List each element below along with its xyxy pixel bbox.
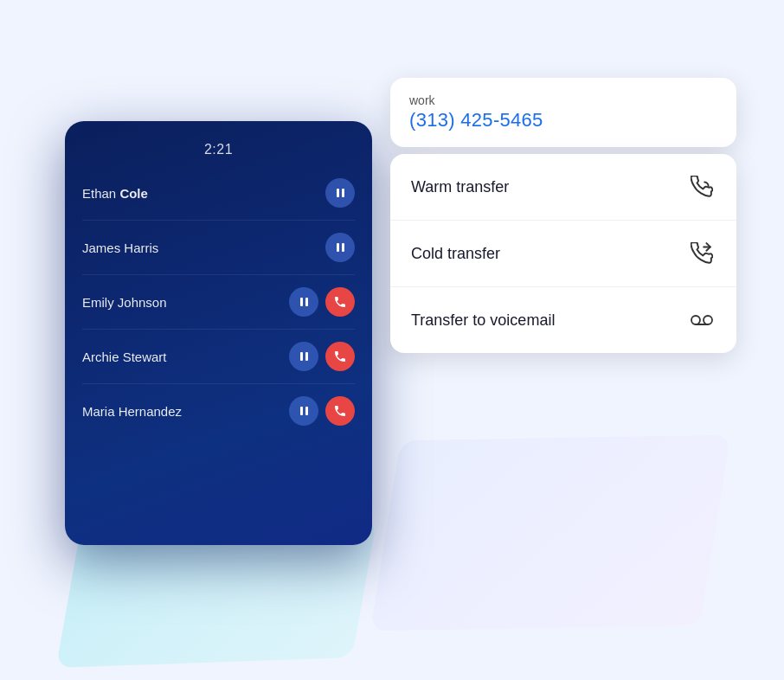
transfer-card: Warm transfer Cold transfer	[390, 154, 736, 353]
bg-shape-lavender	[370, 435, 730, 632]
caller-name: Ethan Cole	[82, 186, 148, 201]
pause-button[interactable]	[289, 342, 318, 371]
caller-name: James Harris	[82, 241, 158, 255]
voicemail-transfer-icon	[688, 306, 716, 334]
warm-transfer-label: Warm transfer	[411, 178, 509, 196]
warm-transfer-option[interactable]: Warm transfer	[390, 154, 736, 221]
pause-button[interactable]	[289, 396, 318, 426]
list-item: Ethan Cole	[82, 166, 355, 221]
svg-point-2	[704, 316, 712, 324]
caller-name: Emily Johnson	[82, 295, 167, 310]
caller-name: Maria Hernandez	[82, 404, 182, 419]
hangup-button[interactable]	[325, 287, 355, 317]
list-item: Maria Hernandez	[82, 384, 355, 438]
contact-label: work	[409, 93, 717, 107]
cold-transfer-label: Cold transfer	[411, 245, 500, 263]
list-item: James Harris	[82, 221, 355, 275]
call-list: Ethan Cole James Harris Emily Johnso	[65, 166, 372, 438]
contact-card: work (313) 425-5465	[390, 78, 736, 147]
cold-transfer-option[interactable]: Cold transfer	[390, 221, 736, 287]
call-panel: 2:21 Ethan Cole James Harris	[65, 121, 372, 545]
pause-button[interactable]	[325, 233, 355, 262]
pause-button[interactable]	[325, 178, 355, 208]
pause-button[interactable]	[289, 287, 318, 317]
warm-transfer-icon	[688, 173, 716, 201]
hangup-button[interactable]	[325, 396, 355, 426]
hangup-button[interactable]	[325, 342, 355, 371]
voicemail-transfer-option[interactable]: Transfer to voicemail	[390, 287, 736, 353]
call-timer: 2:21	[65, 142, 372, 157]
voicemail-transfer-label: Transfer to voicemail	[411, 311, 555, 330]
list-item: Emily Johnson	[82, 275, 355, 330]
contact-phone: (313) 425-5465	[409, 109, 717, 132]
svg-point-1	[691, 316, 700, 324]
cold-transfer-icon	[688, 240, 716, 267]
popup-area: work (313) 425-5465 Warm transfer Cold t…	[390, 78, 736, 353]
caller-name: Archie Stewart	[82, 350, 167, 364]
list-item: Archie Stewart	[82, 330, 355, 384]
